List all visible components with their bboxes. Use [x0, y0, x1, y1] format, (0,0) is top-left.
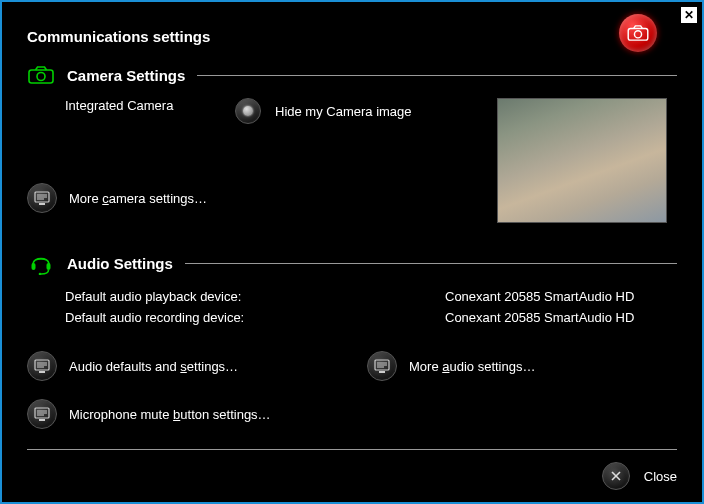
- svg-rect-18: [39, 419, 45, 421]
- close-icon: ✕: [684, 9, 694, 21]
- microphone-mute-label: Microphone mute button settings…: [69, 407, 271, 422]
- camera-preview: [497, 98, 667, 223]
- window-close-button[interactable]: ✕: [681, 7, 697, 23]
- audio-section-title: Audio Settings: [67, 255, 173, 272]
- hide-camera-radio[interactable]: [235, 98, 261, 124]
- page-title: Communications settings: [27, 28, 210, 45]
- recording-device-label: Default audio recording device:: [65, 310, 445, 325]
- more-camera-settings-label: More camera settings…: [69, 191, 207, 206]
- recording-device-value: Conexant 20585 SmartAudio HD: [445, 310, 634, 325]
- control-panel-icon: [34, 359, 50, 373]
- svg-point-1: [634, 31, 641, 38]
- svg-point-3: [37, 73, 45, 81]
- hide-camera-label: Hide my Camera image: [275, 104, 412, 119]
- audio-defaults-settings-link[interactable]: Audio defaults and settings…: [27, 351, 337, 381]
- radio-dot-icon: [243, 106, 253, 116]
- close-icon: [610, 470, 622, 482]
- playback-device-label: Default audio playback device:: [65, 289, 445, 304]
- playback-device-value: Conexant 20585 SmartAudio HD: [445, 289, 634, 304]
- camera-icon: [627, 25, 649, 41]
- webcam-capture-button[interactable]: [619, 14, 657, 52]
- svg-rect-10: [47, 263, 51, 270]
- svg-point-11: [39, 273, 42, 275]
- more-audio-settings-link[interactable]: More audio settings…: [367, 351, 677, 381]
- audio-defaults-label: Audio defaults and settings…: [69, 359, 238, 374]
- camera-device-name: Integrated Camera: [65, 98, 235, 113]
- headset-icon: [29, 251, 53, 275]
- close-button[interactable]: Close: [602, 462, 677, 490]
- svg-rect-5: [39, 203, 45, 205]
- camera-section-title: Camera Settings: [67, 67, 185, 84]
- divider: [27, 449, 677, 450]
- microphone-mute-settings-link[interactable]: Microphone mute button settings…: [27, 399, 337, 429]
- control-panel-icon: [374, 359, 390, 373]
- control-panel-icon: [34, 191, 50, 205]
- divider: [185, 263, 677, 264]
- camera-section-icon: [28, 66, 54, 84]
- control-panel-icon: [34, 407, 50, 421]
- close-label: Close: [644, 469, 677, 484]
- svg-rect-23: [379, 371, 385, 373]
- svg-rect-13: [39, 371, 45, 373]
- divider: [197, 75, 677, 76]
- svg-rect-9: [32, 263, 36, 270]
- more-audio-label: More audio settings…: [409, 359, 535, 374]
